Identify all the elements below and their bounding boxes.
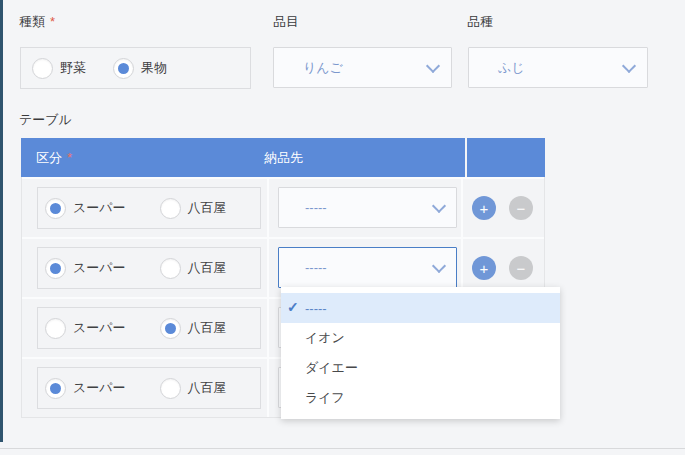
nouhinsaki-select-open[interactable]: ----- <box>278 247 457 288</box>
table-header-kubun: 区分* <box>21 149 255 167</box>
radio-dot <box>50 263 61 274</box>
form-panel: 種類* 野菜 果物 品目 りんご 品種 ふじ テーブル 区分* 納品先 <box>0 0 685 455</box>
dropdown-option-life[interactable]: ✓ ライフ <box>281 383 560 413</box>
radio-yaoya[interactable]: 八百屋 <box>160 198 227 219</box>
radio-dot <box>165 323 176 334</box>
radio-yaoya[interactable]: 八百屋 <box>160 318 227 339</box>
chevron-down-icon <box>432 258 446 272</box>
radio-label: 八百屋 <box>188 259 227 277</box>
radio-dot <box>50 383 61 394</box>
kubun-radio-group: スーパー 八百屋 <box>37 367 261 409</box>
radio-label: スーパー <box>73 319 126 337</box>
radio-circle[interactable] <box>160 318 181 339</box>
dropdown-option-daiei[interactable]: ✓ ダイエー <box>281 353 560 383</box>
radio-dot <box>118 63 129 74</box>
dropdown-option-aeon[interactable]: ✓ イオン <box>281 323 560 353</box>
kubun-cell: スーパー 八百屋 <box>22 299 269 357</box>
kubun-cell: スーパー 八百屋 <box>22 239 269 297</box>
shurui-label-text: 種類 <box>19 14 45 29</box>
dropdown-option-label: ----- <box>305 301 327 316</box>
kubun-radio-group: スーパー 八百屋 <box>37 187 261 229</box>
hinmoku-select-value: りんご <box>303 59 343 77</box>
radio-circle[interactable] <box>113 58 134 79</box>
add-row-button[interactable]: + <box>472 256 496 280</box>
radio-super[interactable]: スーパー <box>45 258 126 279</box>
header-kubun-text: 区分 <box>36 149 62 167</box>
left-accent-bar <box>0 0 3 442</box>
nouhinsaki-select[interactable]: ----- <box>278 187 457 228</box>
nouhinsaki-dropdown-panel: ✓ ----- ✓ イオン ✓ ダイエー ✓ ライフ <box>281 287 560 419</box>
chevron-down-icon <box>432 198 446 212</box>
radio-super[interactable]: スーパー <box>45 318 126 339</box>
radio-circle[interactable] <box>45 258 66 279</box>
kubun-cell: スーパー 八百屋 <box>22 359 269 417</box>
radio-yasai[interactable]: 野菜 <box>32 58 86 79</box>
radio-label: スーパー <box>73 199 126 217</box>
radio-circle[interactable] <box>45 318 66 339</box>
radio-circle[interactable] <box>32 58 53 79</box>
radio-kudamono[interactable]: 果物 <box>113 58 167 79</box>
required-asterisk: * <box>50 14 55 29</box>
minus-icon: − <box>517 201 526 216</box>
dropdown-option-label: ダイエー <box>305 359 358 377</box>
kubun-cell: スーパー 八百屋 <box>22 179 269 237</box>
radio-yaoya[interactable]: 八百屋 <box>160 258 227 279</box>
radio-label: スーパー <box>73 379 126 397</box>
shurui-field-label: 種類* <box>19 13 55 31</box>
dropdown-option-label: イオン <box>305 329 345 347</box>
minus-icon: − <box>517 261 526 276</box>
table-section-label: テーブル <box>19 111 72 129</box>
radio-super[interactable]: スーパー <box>45 378 126 399</box>
radio-label: 果物 <box>141 59 167 77</box>
radio-circle[interactable] <box>160 258 181 279</box>
hinshu-select[interactable]: ふじ <box>468 47 648 88</box>
table-header-nouhinsaki: 納品先 <box>255 149 303 167</box>
panel-bottom-border <box>0 448 685 449</box>
radio-yaoya[interactable]: 八百屋 <box>160 378 227 399</box>
radio-label: 野菜 <box>60 59 86 77</box>
chevron-down-icon <box>426 58 440 72</box>
nouhinsaki-select-value: ----- <box>305 260 327 275</box>
check-icon: ✓ <box>287 299 299 315</box>
required-asterisk: * <box>67 150 72 165</box>
nouhinsaki-select-value: ----- <box>305 200 327 215</box>
shurui-radio-group: 野菜 果物 <box>20 47 251 89</box>
radio-circle[interactable] <box>45 198 66 219</box>
hinmoku-field-label: 品目 <box>273 13 299 31</box>
hinshu-field-label: 品種 <box>467 13 493 31</box>
add-row-button[interactable]: + <box>472 196 496 220</box>
radio-circle[interactable] <box>160 198 181 219</box>
hinmoku-select[interactable]: りんご <box>273 47 452 88</box>
dropdown-option-label: ライフ <box>305 389 345 407</box>
kubun-radio-group: スーパー 八百屋 <box>37 307 261 349</box>
radio-label: 八百屋 <box>188 199 227 217</box>
radio-label: 八百屋 <box>188 379 227 397</box>
plus-icon: + <box>480 261 489 276</box>
table-header-main: 区分* 納品先 <box>21 138 465 177</box>
radio-label: 八百屋 <box>188 319 227 337</box>
radio-circle[interactable] <box>45 378 66 399</box>
table-header-buttons <box>467 138 545 177</box>
chevron-down-icon <box>622 58 636 72</box>
hinshu-select-value: ふじ <box>498 59 525 77</box>
dropdown-option-blank[interactable]: ✓ ----- <box>281 293 560 323</box>
radio-circle[interactable] <box>160 378 181 399</box>
table-row: スーパー 八百屋 ----- + − <box>22 177 544 237</box>
kubun-radio-group: スーパー 八百屋 <box>37 247 261 289</box>
radio-super[interactable]: スーパー <box>45 198 126 219</box>
table-header-row: 区分* 納品先 <box>21 138 545 177</box>
nouhinsaki-cell: ----- <box>269 179 463 237</box>
plus-icon: + <box>480 201 489 216</box>
remove-row-button[interactable]: − <box>509 256 533 280</box>
radio-label: スーパー <box>73 259 126 277</box>
row-buttons-cell: + − <box>463 179 542 237</box>
radio-dot <box>50 203 61 214</box>
remove-row-button[interactable]: − <box>509 196 533 220</box>
